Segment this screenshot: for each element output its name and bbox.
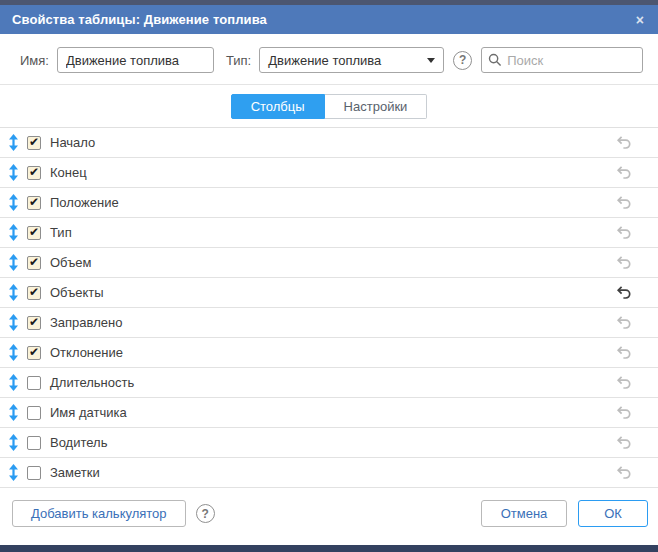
- drag-handle-icon[interactable]: [8, 434, 19, 451]
- drag-handle-icon[interactable]: [8, 164, 19, 181]
- type-label: Тип:: [226, 53, 251, 68]
- column-checkbox[interactable]: [27, 376, 41, 390]
- undo-icon[interactable]: [616, 405, 632, 420]
- column-label: Конец: [50, 165, 87, 180]
- column-checkbox[interactable]: [27, 196, 41, 210]
- column-row: Заправлено: [0, 308, 658, 338]
- help-icon-footer[interactable]: ?: [196, 504, 215, 523]
- column-checkbox[interactable]: [27, 316, 41, 330]
- chevron-down-icon: [427, 58, 435, 63]
- column-checkbox[interactable]: [27, 256, 41, 270]
- column-row: Объекты: [0, 278, 658, 308]
- search-icon: [488, 53, 502, 67]
- search-input[interactable]: [507, 53, 636, 68]
- drag-handle-icon[interactable]: [8, 194, 19, 211]
- column-row: Тип: [0, 218, 658, 248]
- undo-icon[interactable]: [616, 315, 632, 330]
- column-row: Заметки: [0, 458, 658, 488]
- undo-icon[interactable]: [616, 285, 632, 300]
- dialog-title: Свойства таблицы: Движение топлива: [12, 12, 267, 27]
- drag-handle-icon[interactable]: [8, 134, 19, 151]
- column-label: Заправлено: [50, 315, 122, 330]
- column-label: Водитель: [50, 435, 107, 450]
- undo-icon[interactable]: [616, 435, 632, 450]
- column-checkbox[interactable]: [27, 346, 41, 360]
- column-checkbox[interactable]: [27, 436, 41, 450]
- column-row: Положение: [0, 188, 658, 218]
- help-icon[interactable]: ?: [453, 51, 472, 70]
- column-checkbox[interactable]: [27, 166, 41, 180]
- column-label: Тип: [50, 225, 72, 240]
- undo-icon[interactable]: [616, 225, 632, 240]
- drag-handle-icon[interactable]: [8, 254, 19, 271]
- dialog-footer: Добавить калькулятор ? Отмена ОК: [0, 488, 658, 545]
- undo-icon[interactable]: [616, 195, 632, 210]
- column-checkbox[interactable]: [27, 286, 41, 300]
- drag-handle-icon[interactable]: [8, 404, 19, 421]
- column-row: Начало: [0, 128, 658, 158]
- add-calculator-button[interactable]: Добавить калькулятор: [12, 500, 186, 527]
- column-label: Объем: [50, 255, 91, 270]
- column-label: Отклонение: [50, 345, 123, 360]
- column-label: Заметки: [50, 465, 100, 480]
- cancel-button[interactable]: Отмена: [481, 500, 567, 527]
- column-row: Конец: [0, 158, 658, 188]
- tab-settings[interactable]: Настройки: [325, 94, 428, 119]
- undo-icon[interactable]: [616, 375, 632, 390]
- background-strip-bottom: [0, 545, 658, 552]
- drag-handle-icon[interactable]: [8, 374, 19, 391]
- type-select-value: Движение топлива: [268, 53, 381, 68]
- column-checkbox[interactable]: [27, 136, 41, 150]
- column-label: Длительность: [50, 375, 134, 390]
- column-row: Отклонение: [0, 338, 658, 368]
- drag-handle-icon[interactable]: [8, 224, 19, 241]
- type-select[interactable]: Движение топлива: [259, 47, 444, 73]
- drag-handle-icon[interactable]: [8, 284, 19, 301]
- form-row: Имя: Тип: Движение топлива ?: [0, 34, 658, 85]
- name-label: Имя:: [20, 53, 49, 68]
- column-row: Объем: [0, 248, 658, 278]
- drag-handle-icon[interactable]: [8, 464, 19, 481]
- close-icon[interactable]: ×: [636, 13, 644, 27]
- table-properties-dialog: Свойства таблицы: Движение топлива × Имя…: [0, 0, 658, 552]
- ok-button[interactable]: ОК: [578, 500, 648, 527]
- column-label: Начало: [50, 135, 95, 150]
- column-row: Водитель: [0, 428, 658, 458]
- search-box[interactable]: [481, 47, 643, 73]
- tab-columns[interactable]: Столбцы: [231, 94, 325, 119]
- drag-handle-icon[interactable]: [8, 344, 19, 361]
- column-label: Имя датчика: [50, 405, 127, 420]
- drag-handle-icon[interactable]: [8, 314, 19, 331]
- undo-icon[interactable]: [616, 465, 632, 480]
- undo-icon[interactable]: [616, 255, 632, 270]
- tabs-bar: Столбцы Настройки: [0, 85, 658, 128]
- undo-icon[interactable]: [616, 165, 632, 180]
- dialog-titlebar: Свойства таблицы: Движение топлива ×: [0, 5, 658, 34]
- column-label: Объекты: [50, 285, 104, 300]
- undo-icon[interactable]: [616, 345, 632, 360]
- undo-icon[interactable]: [616, 135, 632, 150]
- columns-list: Начало Конец: [0, 128, 658, 488]
- column-row: Имя датчика: [0, 398, 658, 428]
- column-row: Длительность: [0, 368, 658, 398]
- column-checkbox[interactable]: [27, 466, 41, 480]
- name-input[interactable]: [57, 47, 214, 73]
- column-label: Положение: [50, 195, 119, 210]
- column-checkbox[interactable]: [27, 406, 41, 420]
- column-checkbox[interactable]: [27, 226, 41, 240]
